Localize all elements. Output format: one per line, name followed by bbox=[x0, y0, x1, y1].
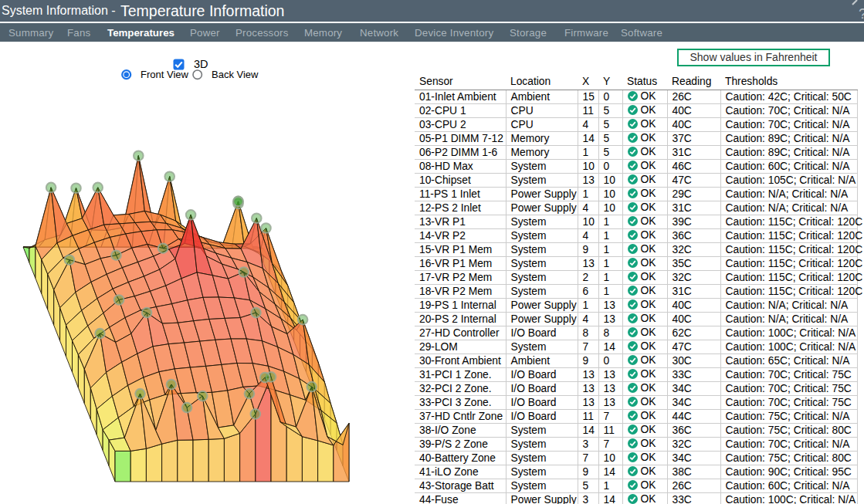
svg-text:?: ? bbox=[859, 5, 864, 22]
